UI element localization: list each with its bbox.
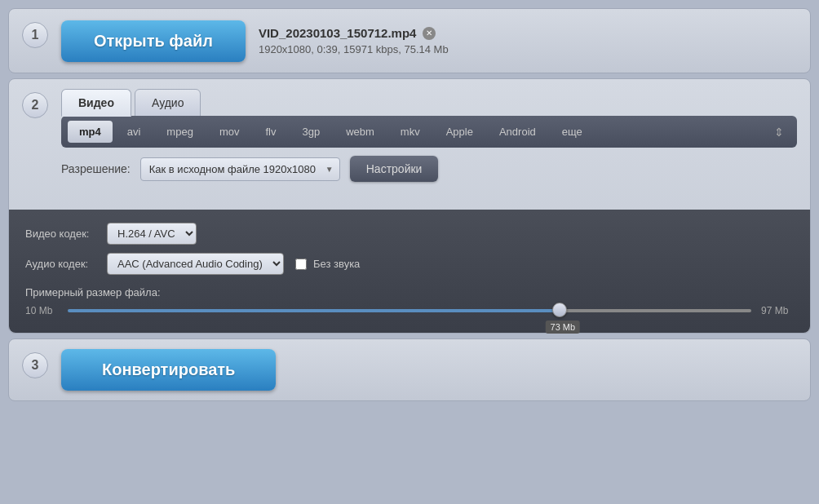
resolution-row: Разрешение: Как в исходном файле 1920x10… <box>61 148 797 187</box>
resolution-select[interactable]: Как в исходном файле 1920x1080 <box>140 157 340 181</box>
slider-value-bubble: 73 Mb <box>546 321 581 334</box>
step-number-3: 3 <box>22 352 48 378</box>
video-codec-label: Видео кодек: <box>25 228 99 240</box>
file-info: VID_20230103_150712.mp4 ✕ 1920x1080, 0:3… <box>259 26 449 55</box>
size-title: Примерный размер файла: <box>25 286 794 298</box>
format-btn-flv[interactable]: flv <box>254 121 287 143</box>
mute-checkbox[interactable] <box>295 259 307 270</box>
video-codec-select[interactable]: H.264 / AVC <box>107 223 197 245</box>
open-file-button[interactable]: Открыть файл <box>61 20 246 62</box>
format-btn-avi[interactable]: avi <box>116 121 153 143</box>
section-2: 2 Видео Аудио mp4 avi mpeg mov flv 3gp w… <box>8 78 811 334</box>
resolution-label: Разрешение: <box>61 162 131 175</box>
close-file-icon[interactable]: ✕ <box>423 27 436 40</box>
section-2-content: Видео Аудио mp4 avi mpeg mov flv 3gp web… <box>61 89 797 187</box>
section-2-inner: 2 Видео Аудио mp4 avi mpeg mov flv 3gp w… <box>9 79 810 197</box>
file-name: VID_20230103_150712.mp4 <box>259 26 417 40</box>
video-codec-row: Видео кодек: H.264 / AVC <box>25 223 794 245</box>
size-section: Примерный размер файла: 10 Mb 73 Mb 97 M… <box>25 286 794 316</box>
audio-codec-label: Аудио кодек: <box>25 258 99 270</box>
slider-wrapper: 73 Mb <box>68 309 751 312</box>
format-btn-3gp[interactable]: 3gp <box>290 121 331 143</box>
format-bar: mp4 avi mpeg mov flv 3gp webm mkv Apple … <box>61 116 797 148</box>
mute-row: Без звука <box>295 258 360 270</box>
format-btn-mpeg[interactable]: mpeg <box>155 121 205 143</box>
tabs-row: Видео Аудио <box>61 89 797 117</box>
resolution-select-wrapper: Как в исходном файле 1920x1080 <box>140 157 340 181</box>
format-btn-mov[interactable]: mov <box>208 121 251 143</box>
settings-panel: Видео кодек: H.264 / AVC Аудио кодек: AA… <box>9 210 810 333</box>
convert-button[interactable]: Конвертировать <box>61 349 276 391</box>
slider-max-label: 97 Mb <box>761 305 794 316</box>
format-arrow-icon[interactable]: ⇕ <box>768 122 790 142</box>
step-number-1: 1 <box>22 22 48 48</box>
slider-row: 10 Mb 73 Mb 97 Mb <box>25 305 794 316</box>
step-number-2: 2 <box>22 92 48 118</box>
format-btn-webm[interactable]: webm <box>334 121 386 143</box>
file-meta: 1920x1080, 0:39, 15971 kbps, 75.14 Mb <box>259 43 449 55</box>
audio-codec-row: Аудио кодек: AAC (Advanced Audio Coding)… <box>25 253 794 275</box>
section-1: 1 Открыть файл VID_20230103_150712.mp4 ✕… <box>8 8 811 73</box>
audio-codec-select[interactable]: AAC (Advanced Audio Coding) <box>107 253 284 275</box>
slider-track <box>68 309 751 312</box>
format-btn-more[interactable]: еще <box>551 121 594 143</box>
format-btn-mkv[interactable]: mkv <box>389 121 432 143</box>
mute-label: Без звука <box>313 258 360 270</box>
tab-video[interactable]: Видео <box>61 89 131 117</box>
tab-audio[interactable]: Аудио <box>135 89 201 117</box>
format-btn-apple[interactable]: Apple <box>435 121 485 143</box>
section-3: 3 Конвертировать <box>8 338 811 401</box>
size-slider[interactable] <box>68 303 751 306</box>
file-name-row: VID_20230103_150712.mp4 ✕ <box>259 26 449 40</box>
format-btn-mp4[interactable]: mp4 <box>68 121 113 143</box>
format-btn-android[interactable]: Android <box>488 121 547 143</box>
settings-button[interactable]: Настройки <box>350 156 439 182</box>
slider-min-label: 10 Mb <box>25 305 58 316</box>
